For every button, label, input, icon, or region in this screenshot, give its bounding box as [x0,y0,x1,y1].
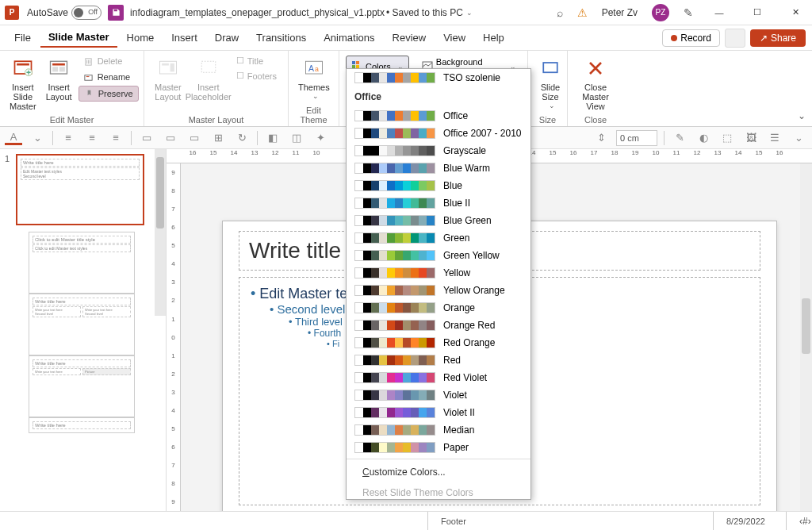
font-dropdown-icon[interactable]: ⌄ [29,129,46,147]
bring-forward-icon[interactable]: ▭ [138,129,155,147]
warning-icon[interactable]: ⚠ [577,6,588,19]
height-icon[interactable]: ⇕ [592,129,610,147]
slide-thumbnail-panel[interactable]: 1 Write title here Edit Master text styl… [0,149,167,511]
format-painter-icon[interactable]: ✎ [671,129,688,147]
color-scheme-item[interactable]: Red [347,351,530,369]
scheme-label: Violet [443,390,467,401]
layout-thumbnail[interactable]: Write title here Write your text herePic… [29,355,135,417]
master-layout-button[interactable]: Master Layout [151,54,186,103]
color-scheme-item[interactable]: Yellow Orange [347,282,530,299]
font-color-icon[interactable]: A [5,131,22,145]
layout-thumbnail[interactable]: Click to edit Master title style Click t… [29,232,135,294]
thumb-number: 1 [5,154,13,225]
menu-help[interactable]: Help [475,29,512,47]
color-scheme-item[interactable]: Office 2007 - 2010 [347,125,530,142]
minimize-button[interactable]: — [707,2,731,24]
customize-colors-item[interactable]: Customize Colors... [347,462,530,482]
footers-checkbox: ☐Footers [232,69,282,83]
color-scheme-item[interactable]: Orange Red [347,317,530,334]
color-scheme-item[interactable]: Grayscale [347,142,530,159]
save-icon[interactable] [108,5,124,21]
more-icon[interactable]: ⌄ [790,129,807,147]
menu-file[interactable]: File [6,29,39,47]
date-cell[interactable]: 8/29/2022 [713,512,786,530]
close-window-button[interactable]: ✕ [783,2,807,24]
align-center-icon[interactable]: ≡ [83,129,101,147]
share-button[interactable]: ↗Share [750,29,806,47]
menu-slide-master[interactable]: Slide Master [40,28,117,48]
layout-thumbnail[interactable]: Write title here Write your text hereSec… [29,294,135,355]
ribbon-collapse-icon[interactable]: ⌄ [798,110,806,121]
align-left-icon[interactable]: ≡ [59,129,77,147]
picture-icon[interactable]: 🖼 [742,129,760,147]
rename-button[interactable]: Rename [79,70,139,84]
color-scheme-item[interactable]: TSO szolenie [347,69,530,86]
svg-rect-10 [162,63,169,66]
rotate-icon[interactable]: ↻ [233,129,251,147]
shape-outline-icon[interactable]: ◫ [288,129,305,147]
layout-thumbnail[interactable]: Write title here [29,417,135,433]
color-scheme-item[interactable]: Median [347,421,530,439]
insert-slide-master-button[interactable]: Insert Slide Master [6,54,40,113]
menu-home[interactable]: Home [119,29,163,47]
eyedropper-icon[interactable]: ◐ [695,129,712,147]
color-scheme-item[interactable]: Violet II [347,404,530,421]
footer-cell[interactable]: Footer [427,512,713,530]
color-scheme-item[interactable]: Violet [347,386,530,404]
canvas-scrollbar[interactable] [800,163,812,511]
color-scheme-item[interactable]: Red Orange [347,334,530,351]
delete-button: Delete [79,54,139,68]
scheme-label: Blue Green [443,215,492,226]
pen-icon[interactable]: ✎ [684,6,693,19]
insert-placeholder-button[interactable]: Insert Placeholder [189,54,228,103]
maximize-button[interactable]: ☐ [745,2,769,24]
align-right-icon[interactable]: ≡ [107,129,124,147]
svg-text:a: a [315,65,319,73]
edit-theme-group-label: Edit Theme [295,104,332,126]
menu-transitions[interactable]: Transitions [248,29,314,47]
color-scheme-item[interactable]: Paper [347,439,530,456]
search-icon[interactable]: ⌕ [557,6,563,19]
menu-animations[interactable]: Animations [316,29,382,47]
panel-scrollbar[interactable] [155,149,166,316]
master-thumbnail[interactable]: Write title here Edit Master text styles… [16,154,144,225]
color-scheme-item[interactable]: Green Yellow [347,247,530,264]
placeholder-icon [196,56,221,81]
color-scheme-item[interactable]: Blue [347,177,530,194]
shape-fill-icon[interactable]: ◧ [264,129,282,147]
scheme-label: Paper [443,442,469,453]
send-backward-icon[interactable]: ▭ [162,129,179,147]
user-avatar[interactable]: PZ [652,4,669,21]
svg-rect-21 [543,63,557,72]
color-scheme-item[interactable]: Green [347,229,530,247]
color-scheme-item[interactable]: Yellow [347,264,530,282]
document-title: infodiagram_templates_onepager_product_p… [130,7,385,18]
crop-icon[interactable]: ⬚ [718,129,736,147]
close-master-view-button[interactable]: Close Master View [574,54,617,113]
selection-pane-icon[interactable]: ☰ [766,129,783,147]
insert-layout-button[interactable]: Insert Layout [43,54,75,103]
color-scheme-item[interactable]: Orange [347,299,530,317]
shape-effects-icon[interactable]: ✦ [312,129,329,147]
menu-insert[interactable]: Insert [163,29,205,47]
menu-view[interactable]: View [435,29,473,47]
align-objects-icon[interactable]: ⊞ [209,129,227,147]
slide-number-cell[interactable]: ‹#› [786,512,812,530]
title-chevron-icon[interactable]: ⌄ [466,9,473,17]
menu-review[interactable]: Review [385,29,435,47]
preserve-button[interactable]: Preserve [79,86,139,102]
color-scheme-item[interactable]: Office [347,107,530,125]
popup-scrollbar[interactable]: ▴▾ [530,69,531,499]
menu-draw[interactable]: Draw [207,29,247,47]
color-scheme-item[interactable]: Blue II [347,194,530,212]
group-icon[interactable]: ▭ [186,129,203,147]
record-button[interactable]: Record [662,29,720,47]
color-scheme-item[interactable]: Red Violet [347,369,530,386]
slide-size-icon [538,56,563,81]
autosave-toggle[interactable]: Off [71,6,102,20]
slide-size-button[interactable]: Slide Size⌄ [534,54,566,111]
color-scheme-item[interactable]: Blue Warm [347,159,530,177]
color-scheme-item[interactable]: Blue Green [347,212,530,229]
themes-button[interactable]: Aa Themes⌄ [295,54,333,102]
height-input[interactable] [616,130,657,146]
